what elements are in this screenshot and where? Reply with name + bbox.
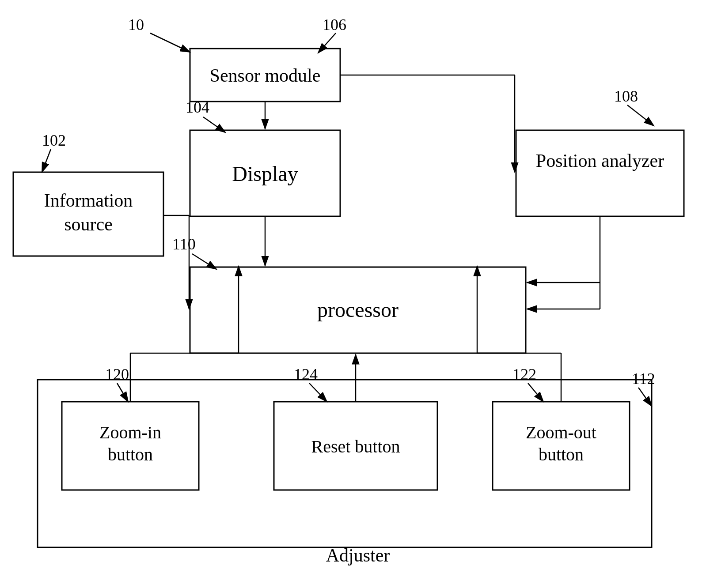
svg-line-10 [309, 383, 327, 402]
zoom-in-id-label: 120 [105, 366, 129, 383]
diagram-container: 10 106 Sensor module 108 Position analyz… [0, 0, 706, 588]
svg-line-3 [318, 33, 336, 53]
svg-line-2 [150, 33, 190, 52]
processor-id-label: 110 [172, 235, 196, 253]
reset-label: Reset button [311, 437, 400, 456]
information-source-label-line2: source [64, 214, 113, 234]
information-source-label-line1: Information [44, 190, 133, 211]
zoom-out-label-line1: Zoom-out [526, 422, 596, 442]
position-analyzer-box [516, 130, 684, 216]
information-source-id-label: 102 [42, 132, 66, 149]
adjuster-id-label: 112 [632, 370, 655, 388]
adjuster-label: Adjuster [326, 545, 390, 565]
display-label: Display [232, 162, 298, 185]
zoom-out-id-label: 122 [512, 366, 536, 383]
svg-line-8 [638, 388, 652, 406]
svg-line-9 [117, 383, 128, 402]
processor-label: processor [317, 298, 399, 321]
position-analyzer-label: Position analyzer [536, 151, 664, 171]
zoom-in-label-line2: button [108, 445, 153, 464]
sensor-id-label: 106 [323, 16, 346, 34]
svg-line-4 [627, 105, 654, 126]
svg-line-11 [528, 383, 543, 402]
system-id-label: 10 [128, 16, 144, 34]
display-id-label: 104 [186, 98, 209, 116]
reset-id-label: 124 [294, 366, 318, 383]
svg-line-6 [42, 149, 51, 172]
zoom-in-label-line1: Zoom-in [99, 422, 161, 442]
zoom-out-label-line2: button [539, 445, 584, 464]
sensor-module-label: Sensor module [210, 65, 321, 86]
position-analyzer-id-label: 108 [614, 87, 638, 105]
